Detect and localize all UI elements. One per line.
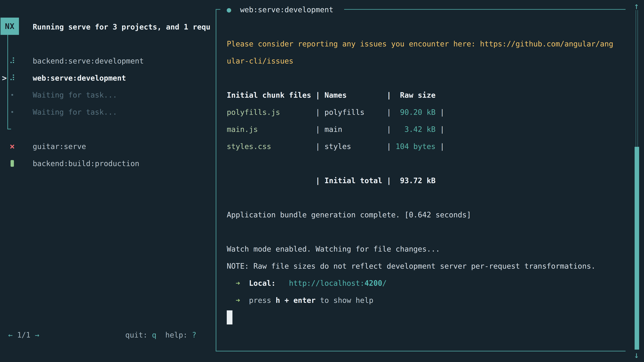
terminal-output: Please consider reporting any issues you… [227, 35, 613, 326]
task-label: Waiting for task... [33, 103, 117, 120]
page-prev-arrow-icon[interactable]: ← [8, 331, 13, 339]
terminal-line [227, 309, 613, 326]
pagination-spacer [13, 331, 17, 339]
selected-chevron-icon: > [1, 69, 8, 86]
task-item-success[interactable]: backend:build:production [0, 155, 215, 172]
pagination-spacer [30, 331, 35, 339]
terminal-text: Please consider reporting any issues you… [227, 39, 613, 48]
terminal-text: Watch mode enabled. Watching for file ch… [227, 245, 440, 253]
terminal-line: ular-cli/issues [227, 52, 613, 69]
waiting-dot-icon [8, 86, 16, 103]
page-title: Running serve for 3 projects, and 1 requ [33, 18, 210, 35]
terminal-text: | Initial total | 93.72 kB [227, 176, 436, 185]
terminal-text: press [249, 296, 276, 305]
shortcut-spacer [156, 331, 165, 339]
terminal-text: styles [324, 142, 351, 151]
task-item-failed[interactable]: ×guitar:serve [0, 138, 215, 155]
task-label: guitar:serve [33, 138, 86, 155]
help-key: ? [192, 331, 196, 339]
terminal-text: 3.42 kB [396, 125, 436, 134]
task-tree-corner [8, 129, 11, 129]
terminal-text: | [351, 142, 396, 151]
terminal-line: | Initial total | 93.72 kB [227, 172, 613, 189]
local-url-link[interactable]: 4200 [364, 279, 382, 287]
scrollbar-thumb[interactable] [634, 147, 639, 350]
terminal-text: | [364, 108, 396, 116]
terminal-line [227, 223, 613, 241]
terminal-text: 104 bytes [396, 142, 436, 151]
help-label: help: [165, 331, 192, 339]
terminal-text: | [342, 125, 396, 134]
terminal-text: to show help [316, 296, 373, 305]
scroll-down-arrow-icon[interactable]: ↓ [632, 350, 641, 360]
terminal-text: Application bundle generation complete. … [227, 211, 471, 219]
success-square-icon [8, 155, 16, 172]
scrollbar-track[interactable] [636, 10, 638, 147]
terminal-text [227, 296, 236, 305]
terminal-line [227, 69, 613, 87]
task-label: Waiting for task... [33, 86, 117, 103]
terminal-line: ➜ press h + enter to show help [227, 292, 613, 309]
task-label: backend:serve:development [33, 52, 144, 69]
task-label: backend:build:production [33, 155, 139, 172]
terminal-text: Initial chunk files | Names | Raw size [227, 91, 436, 99]
terminal-text: | [436, 125, 444, 134]
terminal-text [276, 279, 289, 287]
task-item-running[interactable]: >⠼web:serve:development [0, 69, 215, 86]
terminal-text: | [436, 142, 444, 151]
terminal-text: main.js [227, 125, 258, 134]
error-cross-icon: × [8, 138, 16, 155]
terminal-text: ular-cli/issues [227, 57, 293, 65]
page-next-arrow-icon[interactable]: → [35, 331, 40, 339]
terminal-text: h + enter [276, 296, 316, 305]
nx-logo: NX [0, 17, 19, 35]
terminal-text: ➜ [236, 279, 240, 287]
terminal-text: main [324, 125, 342, 134]
local-url-link[interactable]: http://localhost: [289, 279, 364, 287]
running-bullet-icon: ● [227, 5, 231, 14]
scroll-up-arrow-icon[interactable]: ↑ [632, 1, 641, 11]
terminal-line: Initial chunk files | Names | Raw size [227, 87, 613, 104]
panel-border-left [216, 9, 216, 352]
terminal-line: Application bundle generation complete. … [227, 206, 613, 223]
panel-border-top-stub [216, 9, 220, 10]
terminal-line: ➜ Local: http://localhost:4200/ [227, 275, 613, 292]
waiting-dot-icon [8, 103, 16, 120]
terminal-cursor [227, 310, 232, 325]
terminal-line [227, 155, 613, 172]
panel-border-top [344, 9, 626, 10]
terminal-line: NOTE: Raw file sizes do not reflect deve… [227, 258, 613, 275]
terminal-text [240, 279, 249, 287]
panel-title-gap [231, 5, 240, 14]
page-indicator: 1/1 [17, 331, 30, 339]
terminal-text: | [436, 108, 444, 116]
keyboard-shortcuts: quit: q help: ? [125, 326, 196, 344]
terminal-line: Watch mode enabled. Watching for file ch… [227, 241, 613, 258]
panel-border-bottom [216, 351, 626, 352]
terminal-text: | [258, 125, 324, 134]
nx-tui-window: NX Running serve for 3 projects, and 1 r… [0, 0, 644, 362]
terminal-line: polyfills.js | polyfills | 90.20 kB | [227, 104, 613, 121]
panel-title: ● web:serve:development [227, 1, 334, 18]
pagination: ← 1/1 → [8, 326, 39, 344]
task-item-running[interactable]: ⠼backend:serve:development [0, 52, 215, 69]
quit-key: q [152, 331, 156, 339]
terminal-line [227, 189, 613, 206]
spinner-icon: ⠼ [8, 69, 16, 86]
task-label: web:serve:development [33, 69, 126, 86]
terminal-text: styles.css [227, 142, 271, 151]
task-item-waiting[interactable]: Waiting for task... [0, 86, 215, 103]
terminal-text [227, 279, 236, 287]
terminal-text: polyfills.js [227, 108, 280, 116]
local-url-link[interactable]: / [382, 279, 387, 287]
terminal-text: Local: [249, 279, 276, 287]
terminal-line: styles.css | styles | 104 bytes | [227, 138, 613, 155]
quit-label: quit: [125, 331, 152, 339]
terminal-text [240, 296, 249, 305]
terminal-text: ➜ [236, 296, 240, 305]
task-item-waiting[interactable]: Waiting for task... [0, 103, 215, 120]
spinner-icon: ⠼ [8, 52, 16, 69]
terminal-line: main.js | main | 3.42 kB | [227, 121, 613, 138]
terminal-line: Please consider reporting any issues you… [227, 35, 613, 52]
terminal-text: | [271, 142, 324, 151]
